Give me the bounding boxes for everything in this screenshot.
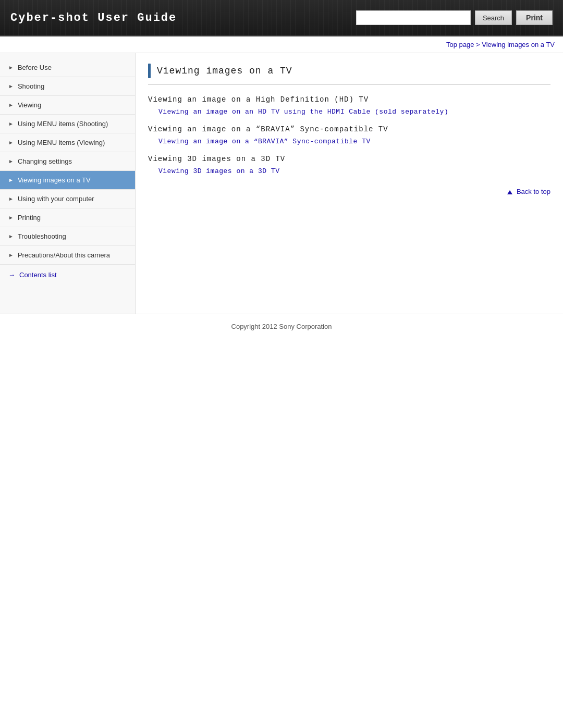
contents-list-link[interactable]: → Contents list [8,271,127,279]
breadcrumb-separator: > [474,41,482,48]
back-to-top-link[interactable]: Back to top [507,188,550,195]
page-title-bar [148,64,151,78]
sidebar-item-label: Changing settings [18,157,72,165]
sidebar-item-label: Printing [18,214,41,221]
breadcrumb: Top page > Viewing images on a TV [0,36,563,53]
back-to-top-label: Back to top [517,188,550,195]
sidebar-item-printing[interactable]: ► Printing [0,208,135,227]
header-controls: Search Print [356,10,563,25]
print-button[interactable]: Print [516,10,553,25]
site-title: Cyber-shot User Guide [0,11,177,24]
sidebar-item-label: Troubleshooting [18,232,66,240]
sidebar-item-label: Using MENU items (Viewing) [18,139,105,146]
copyright-text: Copyright 2012 Sony Corporation [231,323,332,330]
sidebar-item-label: Shooting [18,82,44,90]
arrow-icon: ► [8,140,14,145]
sidebar-item-viewing-images-tv[interactable]: ► Viewing images on a TV [0,171,135,190]
sidebar-item-using-menu-viewing[interactable]: ► Using MENU items (Viewing) [0,133,135,152]
arrow-icon: ► [8,65,14,70]
arrow-icon: ► [8,233,14,239]
search-input[interactable] [356,10,471,25]
section-hd-tv: Viewing an image on a High Definition (H… [148,95,550,116]
arrow-right-icon: → [8,271,15,279]
sidebar-item-before-use[interactable]: ► Before Use [0,58,135,77]
sidebar-item-changing-settings[interactable]: ► Changing settings [0,152,135,171]
arrow-icon: ► [8,158,14,164]
page-title-section: Viewing images on a TV [148,64,550,85]
sidebar-item-precautions[interactable]: ► Precautions/About this camera [0,246,135,265]
sidebar-item-label: Using MENU items (Shooting) [18,120,108,128]
sidebar-item-label: Viewing images on a TV [18,176,91,184]
sidebar-item-viewing[interactable]: ► Viewing [0,96,135,115]
breadcrumb-current: Viewing images on a TV [482,41,555,48]
footer: Copyright 2012 Sony Corporation [0,314,563,339]
arrow-icon: ► [8,121,14,127]
link-hdmi[interactable]: Viewing an image on an HD TV using the H… [158,108,550,116]
sidebar: ► Before Use ► Shooting ► Viewing ► Usin… [0,53,136,314]
sidebar-item-shooting[interactable]: ► Shooting [0,77,135,96]
arrow-icon: ► [8,252,14,258]
section-3d-tv: Viewing 3D images on a 3D TV Viewing 3D … [148,155,550,175]
search-button[interactable]: Search [475,10,512,25]
section-heading-3d-tv: Viewing 3D images on a 3D TV [148,155,550,163]
sidebar-item-label: Precautions/About this camera [18,251,110,259]
triangle-up-icon [507,190,512,194]
arrow-icon: ► [8,215,14,220]
sidebar-item-label: Before Use [18,64,52,71]
sidebar-item-label: Using with your computer [18,195,94,203]
arrow-icon: ► [8,83,14,89]
section-bravia-tv: Viewing an image on a “BRAVIA” Sync-comp… [148,125,550,145]
arrow-icon: ► [8,177,14,183]
arrow-icon: ► [8,102,14,108]
sidebar-item-using-menu-shooting[interactable]: ► Using MENU items (Shooting) [0,115,135,133]
sidebar-item-label: Viewing [18,101,41,109]
breadcrumb-top-link[interactable]: Top page [446,41,474,48]
sidebar-item-using-with-computer[interactable]: ► Using with your computer [0,190,135,208]
link-3d[interactable]: Viewing 3D images on a 3D TV [158,167,550,175]
page-title: Viewing images on a TV [157,66,292,76]
main-layout: ► Before Use ► Shooting ► Viewing ► Usin… [0,53,563,314]
sidebar-footer: → Contents list [0,265,135,285]
link-bravia[interactable]: Viewing an image on a “BRAVIA” Sync-comp… [158,138,550,145]
section-heading-hd-tv: Viewing an image on a High Definition (H… [148,95,550,104]
content-area: Viewing images on a TV Viewing an image … [136,53,563,314]
section-heading-bravia-tv: Viewing an image on a “BRAVIA” Sync-comp… [148,125,550,133]
sidebar-item-troubleshooting[interactable]: ► Troubleshooting [0,227,135,246]
header: Cyber-shot User Guide Search Print [0,0,563,36]
back-to-top: Back to top [148,188,550,195]
arrow-icon: ► [8,196,14,202]
